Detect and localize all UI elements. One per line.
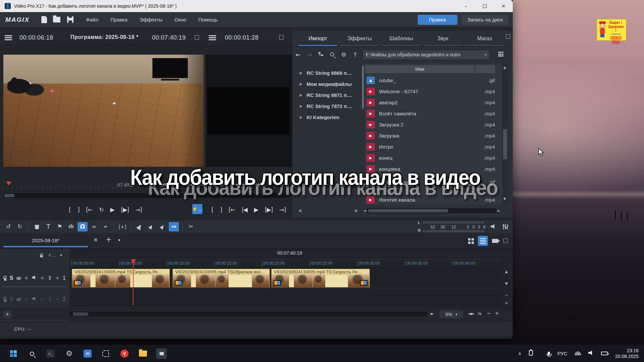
battery-icon[interactable] — [601, 351, 608, 357]
mouse-mode-icon[interactable] — [135, 222, 145, 231]
tree-item[interactable]: ▶Мои медиафайлы — [292, 80, 364, 88]
tray-chevron-icon[interactable]: ∧ — [518, 351, 522, 356]
close-project-icon[interactable]: ✕ — [93, 237, 98, 243]
scroll-up-icon[interactable]: ▲ — [503, 269, 509, 274]
track-height-icon[interactable]: ⇕ — [48, 275, 52, 281]
play-button[interactable]: ▶ — [254, 206, 258, 213]
file-row[interactable]: ▶Загрузка 2.mp4 — [364, 119, 502, 130]
split-scissors-icon[interactable]: ✂ — [186, 222, 196, 231]
zoom-out-vertical-icon[interactable]: − — [503, 292, 509, 298]
lock-track-icon[interactable] — [4, 278, 6, 281]
visibility-eye-icon[interactable] — [16, 275, 21, 281]
menu-file[interactable]: Файл — [80, 17, 104, 22]
jump-start-button[interactable]: [← — [86, 206, 92, 213]
file-row[interactable]: ▶Интро.mp4 — [364, 141, 502, 152]
link-objects-icon[interactable]: ∞ — [89, 222, 99, 231]
forward-icon[interactable]: → — [304, 52, 315, 58]
timeline-zoom-dropdown[interactable]: 9% ▾ — [440, 310, 463, 318]
expand-icon[interactable]: ▶ — [300, 104, 302, 108]
scroll-up-icon[interactable]: ▲ — [503, 66, 506, 69]
zoom-in-vertical-icon[interactable]: + — [503, 300, 509, 306]
file-row[interactable]: ▶Логотип канала.mp4 — [364, 194, 502, 205]
tab-templates[interactable]: Шаблоны — [382, 32, 420, 46]
play-button[interactable]: ▶ — [110, 206, 114, 213]
lock-icon[interactable] — [40, 255, 43, 257]
microphone-icon[interactable] — [548, 351, 550, 357]
grid-view-icon[interactable] — [498, 52, 503, 58]
taskbar-explorer-icon[interactable] — [138, 348, 148, 359]
column-header-name[interactable]: Имя — [365, 65, 475, 73]
add-track-button[interactable]: + — [3, 310, 11, 318]
back-icon[interactable]: ← — [292, 52, 304, 58]
detach-panel-icon[interactable] — [506, 34, 510, 39]
mouse-mode-all-tracks-icon[interactable] — [157, 222, 167, 231]
snap-magnet-icon[interactable]: Ω — [78, 222, 88, 231]
transition-badge[interactable] — [274, 280, 281, 286]
stretch-mode-icon[interactable]: ↔ — [169, 222, 179, 231]
file-row[interactable]: ▶конец.mp4 — [364, 152, 502, 163]
header-caret-icon[interactable]: ▾ — [60, 253, 62, 257]
timeline-horizontal-scrollbar[interactable] — [70, 312, 427, 316]
tree-item[interactable]: ▶RC String 8869 п… — [292, 68, 364, 77]
range-end-button[interactable]: ] — [78, 206, 80, 213]
visibility-eye-icon[interactable] — [16, 296, 21, 302]
scroll-down-icon[interactable]: ▼ — [503, 281, 509, 286]
taskbar-search-icon[interactable] — [27, 348, 37, 359]
column-header-ext[interactable] — [476, 65, 495, 73]
scroll-down-icon[interactable]: ▼ — [503, 197, 506, 201]
curve-icon[interactable]: ÷ — [24, 275, 29, 281]
curve-icon[interactable]: ÷ — [55, 275, 59, 281]
delete-icon[interactable] — [32, 222, 42, 231]
zoom-in-icon[interactable]: + — [495, 311, 499, 316]
curve-icon[interactable]: ÷ — [40, 297, 44, 302]
zoom-out-icon[interactable]: − — [487, 311, 491, 316]
wifi-icon[interactable] — [575, 351, 581, 357]
curve-icon[interactable]: ÷ — [40, 275, 44, 281]
page-right-icon[interactable]: » — [354, 207, 358, 214]
menu-window[interactable]: Окно — [168, 17, 192, 22]
path-dropdown[interactable]: E:\Файлы для обработки видео\intro и out… — [363, 50, 490, 60]
close-button[interactable]: ✕ — [494, 0, 513, 12]
scroll-left-icon[interactable]: ◄ — [363, 209, 366, 212]
taskbar-settings-icon[interactable]: ⚙ — [64, 348, 75, 359]
automation-icon[interactable]: ılı — [66, 222, 76, 231]
detach-program-icon[interactable] — [279, 35, 284, 40]
mouse-mode-single-icon[interactable] — [146, 222, 156, 231]
clock[interactable]: 23:16 20.08.2025 — [615, 348, 639, 359]
track-2-lane[interactable] — [70, 291, 502, 308]
taskbar-app-terminal-icon[interactable]: >_ — [45, 348, 56, 359]
multicam-view-icon[interactable] — [490, 236, 500, 246]
previous-frame-button[interactable]: |◀ — [242, 206, 247, 213]
transition-badge[interactable] — [74, 280, 82, 286]
expand-icon[interactable]: ▶ — [300, 82, 302, 86]
undo-icon[interactable]: ↺ — [3, 222, 13, 231]
range-start-button[interactable]: [ — [211, 206, 213, 213]
tree-view-icon[interactable] — [315, 51, 327, 58]
tree-item[interactable]: ▶RC String 7872 п… — [292, 102, 364, 110]
maximize-button[interactable] — [475, 0, 494, 12]
file-list-horizontal-scrollbar[interactable] — [367, 208, 496, 213]
taskbar-snipping-icon[interactable] — [100, 348, 111, 359]
timeline-clip[interactable]: VID20230924133005.mp4 TSСкорость Ре… — [271, 269, 370, 288]
storyboard-view-icon[interactable] — [466, 236, 476, 246]
track-1-lane[interactable]: VID20230924133005.mp4 TSСкорость Ре… VID… — [70, 268, 502, 288]
volume-icon[interactable] — [588, 351, 594, 357]
lock-track-icon[interactable] — [4, 299, 6, 302]
file-row[interactable]: ▲Логотип канала.gif — [364, 176, 502, 188]
play-range-button[interactable]: [▶] — [265, 206, 273, 213]
track-speaker-icon[interactable] — [32, 296, 37, 302]
tree-item[interactable]: ▶RC String 8871 п… — [292, 91, 364, 99]
program-video-preview[interactable] — [206, 55, 292, 167]
expand-icon[interactable]: ▶ — [300, 71, 302, 75]
scroll-thumb[interactable] — [73, 312, 88, 316]
project-tab[interactable]: 2025-08-18* — [3, 235, 88, 247]
burn-disc-button[interactable]: Запись на диск — [462, 15, 508, 25]
curve-icon[interactable]: ÷ — [55, 297, 59, 302]
keyframe-flash-icon[interactable]: ⚡… — [48, 253, 55, 257]
monitor-scroll-thumb[interactable] — [4, 194, 14, 197]
menu-help[interactable]: Помощь — [192, 17, 224, 22]
transition-badge[interactable] — [360, 280, 367, 286]
monitor-horizontal-scrollbar[interactable] — [3, 193, 289, 198]
scroll-right-icon[interactable]: ► — [431, 311, 434, 316]
tab-store[interactable]: Магаз — [465, 32, 504, 46]
